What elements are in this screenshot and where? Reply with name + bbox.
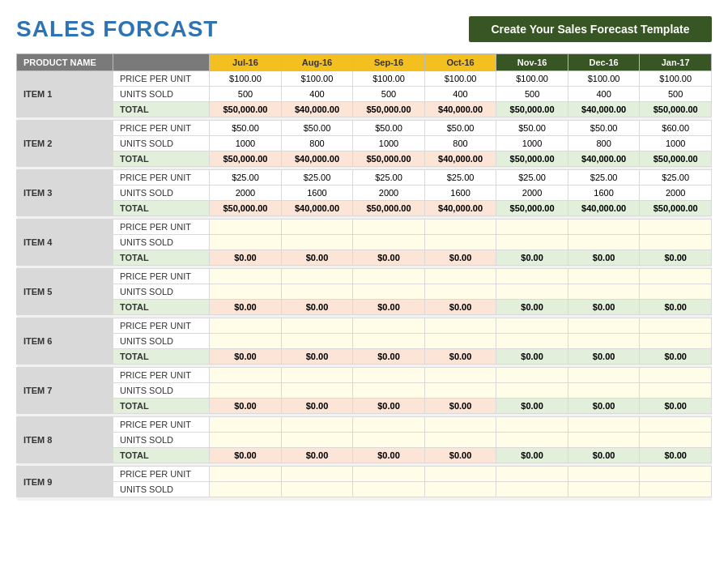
oct-header: Oct-16 [424, 54, 496, 71]
table-row: TOTAL$0.00$0.00$0.00$0.00$0.00$0.00$0.00 [17, 300, 712, 315]
table-row: UNITS SOLD [17, 284, 712, 300]
table-row: UNITS SOLD [17, 235, 712, 250]
table-row: ITEM 8PRICE PER UNIT [17, 417, 712, 433]
dec-header: Dec-16 [568, 54, 640, 71]
table-row: ITEM 2PRICE PER UNIT$50.00$50.00$50.00$5… [17, 121, 712, 136]
sep-header: Sep-16 [353, 54, 425, 71]
table-row: UNITS SOLD2000160020001600200016002000 [17, 186, 712, 201]
table-row: UNITS SOLD [17, 482, 712, 497]
table-row: ITEM 4PRICE PER UNIT [17, 220, 712, 235]
page-title: SALES FORCAST [16, 16, 218, 42]
table-row: ITEM 6PRICE PER UNIT [17, 318, 712, 334]
header: SALES FORCAST Create Your Sales Forecast… [16, 16, 712, 42]
jul-header: Jul-16 [210, 54, 282, 71]
table-row: UNITS SOLD500400500400500400500 [17, 87, 712, 102]
aug-header: Aug-16 [281, 54, 353, 71]
table-row: TOTAL$0.00$0.00$0.00$0.00$0.00$0.00$0.00 [17, 349, 712, 365]
table-row: TOTAL$50,000.00$40,000.00$50,000.00$40,0… [17, 201, 712, 216]
table-row: UNITS SOLD [17, 383, 712, 399]
table-row: TOTAL$50,000.00$40,000.00$50,000.00$40,0… [17, 102, 712, 117]
table-row: ITEM 7PRICE PER UNIT [17, 368, 712, 383]
table-row: TOTAL$0.00$0.00$0.00$0.00$0.00$0.00$0.00 [17, 250, 712, 266]
nov-header: Nov-16 [496, 54, 568, 71]
table-row: TOTAL$50,000.00$40,000.00$50,000.00$40,0… [17, 151, 712, 167]
jan-header: Jan-17 [640, 54, 712, 71]
table-row: UNITS SOLD1000800100080010008001000 [17, 136, 712, 151]
table-row: UNITS SOLD [17, 334, 712, 349]
product-header: PRODUCT NAME [17, 54, 113, 71]
table-row: UNITS SOLD [17, 433, 712, 448]
table-row: ITEM 3PRICE PER UNIT$25.00$25.00$25.00$2… [17, 170, 712, 186]
column-headers: PRODUCT NAME Jul-16 Aug-16 Sep-16 Oct-16… [17, 54, 712, 71]
table-row: ITEM 9PRICE PER UNIT [17, 467, 712, 482]
forecast-table: PRODUCT NAME Jul-16 Aug-16 Sep-16 Oct-16… [16, 53, 712, 501]
row-spacer [17, 497, 712, 501]
label-header [113, 54, 210, 71]
table-row: ITEM 5PRICE PER UNIT [17, 269, 712, 284]
table-row: TOTAL$0.00$0.00$0.00$0.00$0.00$0.00$0.00 [17, 448, 712, 463]
banner-text: Create Your Sales Forecast Template [469, 16, 712, 42]
table-row: ITEM 1PRICE PER UNIT$100.00$100.00$100.0… [17, 71, 712, 87]
table-row: TOTAL$0.00$0.00$0.00$0.00$0.00$0.00$0.00 [17, 399, 712, 414]
